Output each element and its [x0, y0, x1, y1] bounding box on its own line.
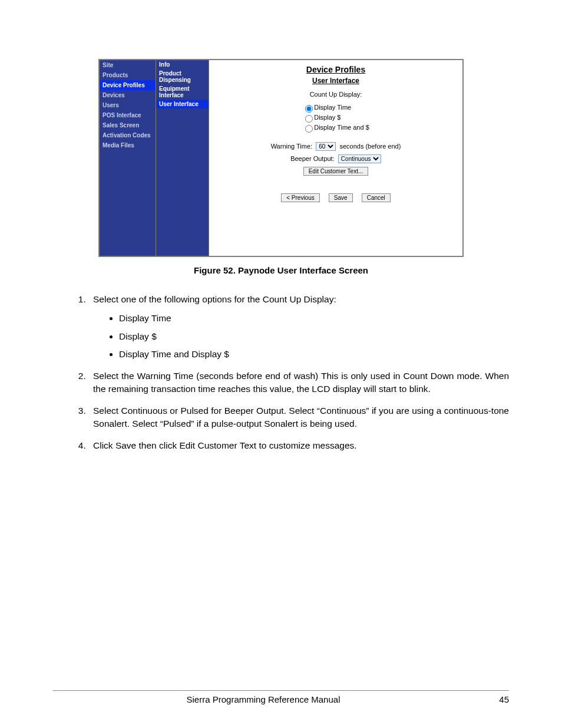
subnav-user-interface[interactable]: User Interface — [156, 100, 209, 108]
secondary-nav: Info Product Dispensing Equipment Interf… — [156, 60, 209, 256]
nav-device-profiles[interactable]: Device Profiles — [100, 80, 156, 90]
bullet-display-dollar: Display $ — [119, 330, 509, 343]
beeper-output-label: Beeper Output: — [290, 155, 335, 162]
step-4: Click Save then click Edit Customer Text… — [88, 439, 509, 452]
cancel-button[interactable]: Cancel — [362, 193, 391, 202]
beeper-output-select[interactable]: Continuous — [338, 154, 381, 163]
step-1-bullets: Display Time Display $ Display Time and … — [93, 312, 509, 361]
edit-customer-text-button[interactable]: Edit Customer Text... — [303, 167, 369, 176]
countup-label: Count Up Display: — [215, 91, 457, 98]
save-button[interactable]: Save — [329, 193, 353, 202]
step-3: Select Continuous or Pulsed for Beeper O… — [88, 404, 509, 431]
nav-activation-codes[interactable]: Activation Codes — [100, 130, 156, 140]
step-2: Select the Warning Time (seconds before … — [88, 370, 509, 396]
nav-products[interactable]: Products — [100, 70, 156, 80]
radio-display-time-and-dollar[interactable] — [305, 125, 313, 133]
panel-subtitle: User Interface — [215, 77, 457, 85]
primary-nav: Site Products Device Profiles Devices Us… — [100, 60, 156, 256]
step-1-text: Select one of the following options for … — [93, 294, 336, 304]
nav-users[interactable]: Users — [100, 100, 156, 110]
content-panel: Device Profiles User Interface Count Up … — [209, 60, 462, 256]
warning-time-select[interactable]: 60 — [316, 142, 336, 151]
app-screenshot: Site Products Device Profiles Devices Us… — [98, 59, 464, 257]
step-1: Select one of the following options for … — [88, 293, 509, 361]
warning-time-suffix: seconds (before end) — [339, 143, 401, 150]
instruction-list: Select one of the following options for … — [53, 293, 509, 452]
bullet-display-time: Display Time — [119, 312, 509, 325]
page-footer: Sierra Programming Reference Manual 45 — [53, 690, 509, 704]
nav-media-files[interactable]: Media Files — [100, 140, 156, 150]
countup-radio-group: Display Time Display $ Display Time and … — [302, 103, 369, 133]
bullet-display-time-and-dollar: Display Time and Display $ — [119, 348, 509, 361]
secondary-nav-header: Info — [156, 60, 209, 69]
panel-title: Device Profiles — [215, 65, 457, 74]
footer-page-number: 45 — [474, 694, 509, 704]
subnav-equipment-interface[interactable]: Equipment Interface — [156, 84, 209, 100]
radio-display-time-and-dollar-label: Display Time and $ — [314, 124, 369, 131]
nav-pos-interface[interactable]: POS Interface — [100, 110, 156, 120]
subnav-product-dispensing[interactable]: Product Dispensing — [156, 69, 209, 84]
previous-button[interactable]: < Previous — [281, 193, 320, 202]
figure-caption: Figure 52. Paynode User Interface Screen — [53, 265, 509, 275]
radio-display-dollar[interactable] — [305, 115, 313, 123]
footer-title: Sierra Programming Reference Manual — [53, 694, 474, 704]
nav-site[interactable]: Site — [100, 60, 156, 70]
nav-devices[interactable]: Devices — [100, 90, 156, 100]
radio-display-dollar-label: Display $ — [314, 114, 340, 121]
nav-sales-screen[interactable]: Sales Screen — [100, 120, 156, 130]
warning-time-label: Warning Time: — [271, 143, 313, 150]
radio-display-time-label: Display Time — [314, 104, 351, 111]
radio-display-time[interactable] — [305, 105, 313, 113]
